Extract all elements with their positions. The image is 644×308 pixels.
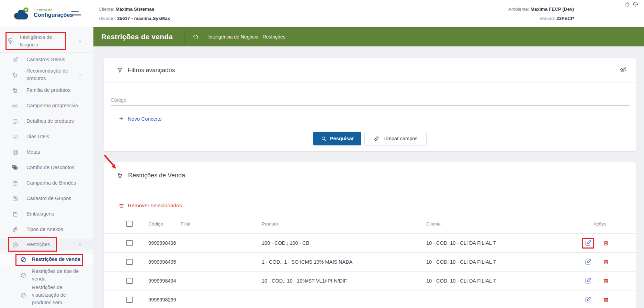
- info-icon: [11, 118, 19, 124]
- sidebar-item-cadastros-gerais[interactable]: Cadastros Gerais: [0, 54, 93, 65]
- codigo-field: [111, 94, 630, 106]
- pagebar-divider: [184, 30, 184, 44]
- cell-produto: 100 - COD.: 100 - CB: [262, 240, 309, 246]
- hide-filters-icon[interactable]: [620, 66, 627, 73]
- sidebar-item-label: Inteligência de Negócio: [20, 34, 63, 49]
- delete-icon[interactable]: [603, 240, 609, 246]
- block-icon: [20, 272, 27, 278]
- restrictions-title: Restrições de Venda: [128, 172, 185, 179]
- sidebar-item-tipos-de-anexos[interactable]: Tipos de Anexos: [0, 224, 93, 235]
- edit-icon[interactable]: [585, 240, 591, 246]
- block-icon: [20, 292, 27, 298]
- home-icon[interactable]: [624, 1, 630, 7]
- sidebar-item-dias-uteis[interactable]: Dias Úteis: [0, 131, 93, 142]
- session-info: Cliente: Máxima Sistemas Usuário: 35617 …: [99, 4, 170, 23]
- client-value: Máxima Sistemas: [116, 7, 155, 12]
- page-header-bar: Restrições de venda - Inteligência de Ne…: [93, 27, 644, 46]
- sidebar-item-label: Cadastros Gerais: [26, 56, 85, 64]
- logo-line1: Central de: [34, 8, 73, 12]
- sidebar-item-detalhes-de-produtos[interactable]: Detalhes de produtos: [0, 116, 93, 127]
- sidebar-item-campanha-de-brindes[interactable]: Campanha de Brindes: [0, 178, 93, 189]
- cell-produto: 10 - COD.: 10 - 10%/ST-VL1/IPI-N/DIF: [262, 278, 347, 284]
- novo-conceito-button[interactable]: Novo Conceito: [118, 114, 161, 123]
- trash-icon: [118, 203, 124, 209]
- cart-plus-icon: [11, 72, 19, 78]
- novo-conceito-label: Novo Conceito: [128, 116, 161, 122]
- sidebar-divider: [0, 52, 93, 53]
- sidebar-item-label: Família de produtos: [26, 87, 85, 94]
- table-header-row: Código Filial Produto Cliente Ações: [104, 214, 636, 234]
- paperclip-icon: [11, 227, 19, 233]
- chevron-right-icon: [78, 73, 82, 77]
- row-checkbox[interactable]: [126, 259, 133, 265]
- gift-icon: [11, 180, 19, 186]
- sidebar-item-restricoes-de-tipo-de-venda[interactable]: Restrições de tipo de venda: [0, 268, 93, 283]
- user-label: Usuário:: [99, 16, 116, 21]
- main-content: Filtros avançados Novo Conceito Pesquisa…: [93, 46, 644, 308]
- sidebar-item-embalagens[interactable]: Embalagens: [0, 209, 93, 220]
- delete-icon[interactable]: [603, 259, 609, 265]
- groups-icon: [11, 196, 19, 202]
- ambiente-label: Ambiente:: [508, 7, 529, 12]
- sidebar-item-combo-de-descontos[interactable]: Combo de Descontos: [0, 162, 93, 173]
- sidebar-item-label: Campanha progressiva: [26, 102, 85, 110]
- sidebar-navigation: Inteligência de Negócio Cadastros Gerais…: [0, 27, 93, 308]
- tags-icon: [11, 164, 19, 172]
- codigo-input[interactable]: [111, 94, 630, 106]
- row-checkbox[interactable]: [126, 278, 133, 284]
- edit-icon[interactable]: [585, 277, 591, 284]
- edit-note-icon: [11, 57, 19, 63]
- card-divider: [104, 82, 636, 83]
- sidebar-toggle-button[interactable]: [71, 11, 81, 15]
- block-icon: [20, 256, 27, 263]
- sidebar-item-restricoes[interactable]: Restrições: [0, 239, 93, 250]
- package-icon: [11, 211, 19, 217]
- sidebar-item-cadastro-de-grupos[interactable]: Cadastro de Grupos: [0, 193, 93, 204]
- sidebar-item-label: Restrições de visualização de produtos s…: [32, 284, 78, 306]
- edit-icon[interactable]: [585, 296, 591, 303]
- sidebar-item-campanha-progressiva[interactable]: Campanha progressiva: [0, 100, 93, 111]
- delete-icon[interactable]: [603, 297, 609, 303]
- sidebar-item-label: Embalagens: [26, 210, 85, 218]
- app-logo: Central de Configurações: [12, 5, 73, 21]
- cloud-gear-logo-icon: [12, 5, 31, 21]
- pesquisar-button[interactable]: Pesquisar: [313, 132, 361, 145]
- card-divider: [104, 187, 636, 187]
- page-title: Restrições de venda: [101, 27, 173, 46]
- breadcrumb: - Inteligência de Negócio - Restrições: [205, 27, 285, 46]
- table-row: 9999998494 10 - COD.: 10 - 10%/ST-VL1/IP…: [104, 272, 636, 290]
- sidebar-item-label: Restrições de venda: [32, 256, 85, 263]
- calendar-check-icon: [11, 134, 19, 140]
- environment-info: Ambiente: Maxima FECP (Dev) Versão: 23FE…: [508, 4, 574, 23]
- breadcrumb-home-icon[interactable]: [192, 34, 199, 40]
- cell-codigo: 9999998495: [148, 259, 176, 265]
- versao-label: Versão:: [539, 16, 555, 21]
- logout-icon[interactable]: [633, 1, 639, 7]
- sidebar-item-inteligencia-de-negocio[interactable]: Inteligência de Negócio: [0, 30, 93, 52]
- sidebar-item-label: Combo de Descontos: [26, 164, 85, 172]
- column-header-cliente: Cliente: [426, 221, 441, 226]
- chevron-down-icon: [78, 243, 82, 247]
- remove-selected-button[interactable]: Remover selecionados: [118, 201, 182, 210]
- sidebar-item-restricoes-de-visualizacao[interactable]: Restrições de visualização de produtos s…: [0, 284, 93, 306]
- row-checkbox[interactable]: [126, 297, 133, 303]
- column-header-codigo: Código: [148, 221, 163, 226]
- sidebar-item-restricoes-de-venda[interactable]: Restrições de venda: [0, 254, 93, 265]
- select-all-checkbox[interactable]: [126, 221, 133, 227]
- sidebar-item-label: Tipos de Anexos: [26, 226, 85, 233]
- ambiente-value: Maxima FECP (Dev): [530, 7, 574, 12]
- row-checkbox[interactable]: [126, 240, 133, 246]
- sidebar-item-label: Cadastro de Grupos: [26, 195, 85, 202]
- sidebar-item-recomendacao-de-produtos[interactable]: Recomendação de produtos: [0, 67, 93, 83]
- cell-codigo: 9999998494: [148, 278, 176, 284]
- restrictions-card: Restrições de Venda Remover selecionados…: [104, 162, 636, 308]
- edit-icon[interactable]: [585, 258, 591, 265]
- filters-card: Filtros avançados Novo Conceito Pesquisa…: [104, 58, 636, 151]
- table-row: 9999998299: [104, 290, 636, 308]
- search-icon: [321, 136, 327, 142]
- sidebar-item-label: Restrições: [26, 241, 85, 249]
- limpar-campos-button[interactable]: Limpar campos: [364, 132, 427, 145]
- sidebar-item-metas[interactable]: Metas: [0, 147, 93, 158]
- sidebar-item-familia-de-produtos[interactable]: Família de produtos: [0, 85, 93, 96]
- delete-icon[interactable]: [603, 278, 609, 284]
